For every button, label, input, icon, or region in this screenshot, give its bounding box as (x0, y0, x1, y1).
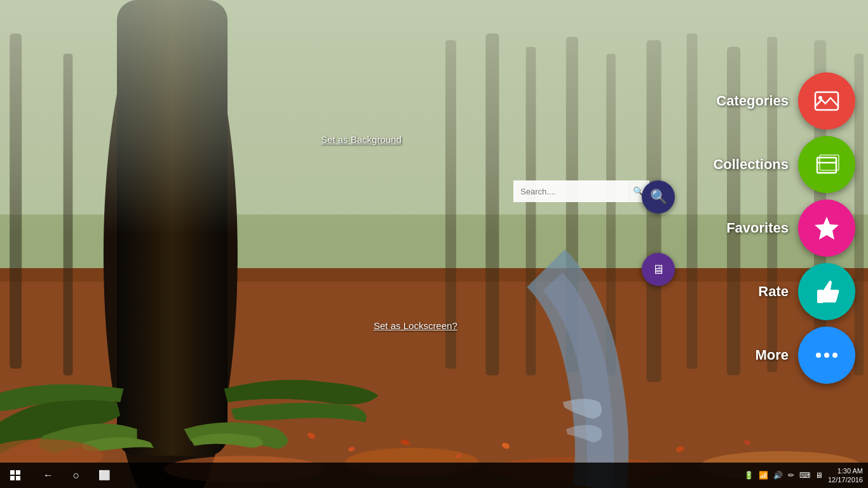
set-lockscreen-link[interactable]: Set as Lockscreen? (374, 320, 458, 331)
taskbar: ← ○ ⬜ 🔋 📶 🔊 ✏ ⌨ 🖥 1:30 AM 12/17/2016 (0, 463, 868, 488)
favorites-button[interactable] (798, 200, 855, 257)
svg-rect-6 (445, 40, 456, 369)
cortana-icon: ○ (73, 469, 80, 482)
keyboard-icon[interactable]: ⌨ (799, 471, 810, 480)
svg-point-41 (832, 353, 837, 358)
svg-rect-7 (485, 34, 499, 376)
categories-item[interactable]: Categories (713, 72, 855, 130)
taskbar-items: ← ○ ⬜ (31, 463, 739, 488)
svg-rect-8 (526, 47, 536, 376)
rate-button[interactable] (798, 263, 855, 320)
fab-menu: Categories Collections Favorites (713, 0, 868, 463)
search-input[interactable] (513, 180, 628, 202)
rate-label: Rate (758, 283, 789, 300)
task-view-button[interactable]: ⬜ (92, 463, 117, 488)
wallpaper-circle-button[interactable]: 🖥 (642, 253, 675, 286)
favorites-item[interactable]: Favorites (713, 200, 855, 257)
collections-label: Collections (713, 156, 789, 173)
image-icon (813, 87, 841, 115)
favorites-label: Favorites (726, 220, 789, 236)
thumbsup-icon (812, 277, 841, 306)
set-background-link[interactable]: Set as Background (321, 134, 402, 145)
clock-date: 12/17/2016 (828, 475, 863, 484)
more-button[interactable] (798, 327, 855, 384)
categories-button[interactable] (798, 72, 855, 130)
svg-rect-5 (64, 53, 73, 375)
set-background-text: Set as Background (321, 134, 402, 145)
svg-rect-4 (10, 34, 22, 369)
set-lockscreen-text: Set as Lockscreen? (374, 320, 458, 331)
search-circle-icon: 🔍 (650, 189, 667, 205)
task-view-icon: ⬜ (98, 470, 111, 481)
collections-item[interactable]: Collections (713, 136, 855, 193)
windows-icon (10, 470, 20, 480)
display-icon: 🖥 (652, 262, 665, 277)
notification-icon[interactable]: 🖥 (815, 471, 823, 480)
wifi-icon[interactable]: 📶 (759, 471, 768, 480)
svg-point-26 (348, 446, 355, 452)
svg-point-29 (501, 442, 510, 450)
search-circle-button[interactable]: 🔍 (642, 180, 675, 214)
rate-item[interactable]: Rate (713, 263, 855, 320)
collections-icon (813, 151, 840, 178)
svg-point-27 (400, 438, 410, 446)
start-button[interactable] (0, 463, 31, 488)
search-taskbar-button[interactable]: ○ (64, 463, 89, 488)
svg-point-40 (824, 353, 829, 358)
svg-point-28 (455, 452, 463, 459)
categories-label: Categories (716, 93, 789, 109)
network-icon[interactable]: 🔋 (744, 471, 754, 480)
svg-rect-18 (117, 0, 227, 456)
system-clock[interactable]: 1:30 AM 12/17/2016 (828, 466, 863, 485)
system-tray: 🔋 📶 🔊 ✏ ⌨ 🖥 1:30 AM 12/17/2016 (739, 466, 868, 485)
svg-point-30 (675, 445, 684, 452)
svg-marker-37 (815, 217, 839, 240)
more-label: More (755, 347, 789, 363)
svg-point-39 (816, 353, 821, 358)
svg-rect-12 (687, 34, 698, 369)
dots-icon (812, 341, 841, 370)
svg-rect-38 (817, 290, 824, 303)
back-icon: ← (43, 470, 53, 481)
search-bar: 🔍 (513, 180, 649, 202)
more-item[interactable]: More (713, 327, 855, 384)
collections-button[interactable] (798, 136, 855, 193)
svg-point-17 (104, 0, 238, 488)
svg-point-33 (818, 96, 822, 100)
svg-point-25 (306, 431, 316, 440)
pen-icon[interactable]: ✏ (788, 471, 794, 480)
svg-rect-10 (606, 53, 616, 375)
back-button[interactable]: ← (36, 463, 61, 488)
svg-rect-9 (566, 37, 578, 372)
star-icon (812, 214, 841, 243)
volume-icon[interactable]: 🔊 (773, 471, 783, 480)
clock-time: 1:30 AM (828, 466, 863, 475)
